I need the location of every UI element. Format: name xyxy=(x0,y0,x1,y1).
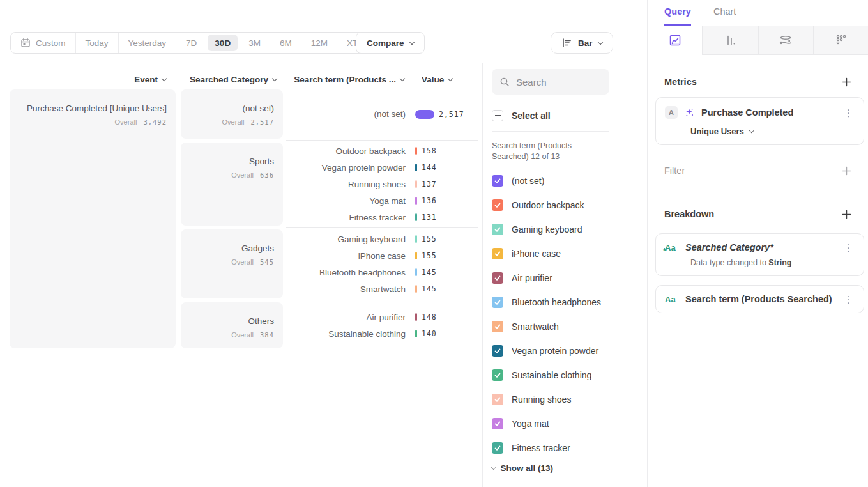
legend-item[interactable]: Sustainable clothing xyxy=(492,363,647,387)
add-filter-button[interactable] xyxy=(842,166,851,176)
measure-selector[interactable]: Unique Users xyxy=(665,127,855,136)
column-header-searched-category[interactable]: Searched Category xyxy=(181,75,277,84)
legend-item[interactable]: Vegan protein powder xyxy=(492,339,647,363)
series-checkbox[interactable] xyxy=(492,369,503,381)
chart-kind-strip xyxy=(648,26,868,55)
tab-chart[interactable]: Chart xyxy=(713,6,736,26)
select-all-control[interactable]: Select all xyxy=(492,110,647,121)
legend-item[interactable]: Smartwatch xyxy=(492,314,647,339)
show-all-button[interactable]: Show all (13) xyxy=(492,463,647,473)
breakdown-title: Breakdown xyxy=(664,209,714,219)
legend-item[interactable]: Bluetooth headphones xyxy=(492,290,647,314)
indeterminate-checkbox[interactable] xyxy=(492,110,503,121)
series-checkbox[interactable] xyxy=(492,418,503,429)
event-name: Purchase Completed [Unique Users] xyxy=(16,104,167,114)
legend-item[interactable]: Running shoes xyxy=(492,387,647,412)
flows-icon[interactable] xyxy=(758,26,813,55)
table-row[interactable]: Fitness tracker 131 xyxy=(286,209,477,226)
date-range-button[interactable]: Yesterday xyxy=(119,33,177,53)
column-header-value[interactable]: Value xyxy=(422,75,459,84)
breakdown-card-search-term[interactable]: Aa Search term (Products Searched) ⋮ xyxy=(655,285,864,313)
search-term-label: iPhone case xyxy=(286,251,406,261)
table-row[interactable]: Gaming keyboard 155 xyxy=(286,231,477,247)
series-checkbox[interactable] xyxy=(492,248,503,259)
value-bar-cell: 144 xyxy=(415,163,437,172)
date-range-button[interactable]: 7D xyxy=(176,33,206,53)
search-input[interactable] xyxy=(516,77,602,88)
bar-chart-icon[interactable] xyxy=(703,26,758,55)
date-range-button[interactable]: Today xyxy=(76,33,119,53)
retention-dots-icon[interactable] xyxy=(813,26,868,55)
table-row[interactable]: Bluetooth headphones 145 xyxy=(286,264,477,281)
column-header-event[interactable]: Event xyxy=(10,75,166,84)
metric-card[interactable]: A Purchase Completed ⋮ Unique Users xyxy=(655,97,864,145)
category-cell[interactable]: (not set) Overall 2,517 xyxy=(181,89,283,139)
event-cell[interactable]: Purchase Completed [Unique Users] Overal… xyxy=(10,89,176,348)
category-group: Sports Overall 636 Outdoor backpack 158 … xyxy=(181,143,477,226)
value-number: 155 xyxy=(422,251,437,260)
value-bar-cell: 155 xyxy=(415,251,437,260)
series-checkbox[interactable] xyxy=(492,442,503,454)
value-number: 158 xyxy=(422,146,437,155)
legend-item[interactable]: Gaming keyboard xyxy=(492,217,647,242)
series-checkbox[interactable] xyxy=(492,175,503,187)
series-checkbox[interactable] xyxy=(492,297,503,308)
date-range-button[interactable]: 30D xyxy=(208,35,238,51)
category-cell[interactable]: Gadgets Overall 545 xyxy=(181,229,283,298)
table-row[interactable]: Running shoes 137 xyxy=(286,176,477,192)
column-header-search-term[interactable]: Search term (Products ... xyxy=(286,75,404,84)
table-row[interactable]: Sustainable clothing 140 xyxy=(286,325,477,342)
legend-search-box[interactable] xyxy=(492,69,609,95)
kebab-menu-icon[interactable]: ⋮ xyxy=(842,108,855,118)
group-rows: Outdoor backpack 158 Vegan protein powde… xyxy=(283,143,477,226)
chevron-down-icon xyxy=(162,76,167,81)
legend-item[interactable]: Air purifier xyxy=(492,266,647,290)
series-checkbox[interactable] xyxy=(492,321,503,332)
date-range-button[interactable]: 6M xyxy=(270,33,301,53)
table-row[interactable]: (not set) 2,517 xyxy=(286,106,477,123)
value-bar xyxy=(415,285,417,293)
insights-line-chart-icon[interactable] xyxy=(648,26,703,55)
legend-item[interactable]: (not set) xyxy=(492,169,647,193)
overall-label: Overall xyxy=(222,118,245,126)
series-checkbox[interactable] xyxy=(492,345,503,357)
table-row[interactable]: Air purifier 148 xyxy=(286,309,477,325)
legend-item[interactable]: Fitness tracker xyxy=(492,436,647,460)
add-metric-button[interactable] xyxy=(842,77,851,87)
compare-button[interactable]: Compare xyxy=(356,32,425,54)
date-range-button[interactable]: Custom xyxy=(11,33,76,53)
legend-item-label: Running shoes xyxy=(512,394,571,405)
legend-item[interactable]: Outdoor backpack xyxy=(492,193,647,217)
series-checkbox[interactable] xyxy=(492,199,503,211)
search-term-label: Yoga mat xyxy=(286,196,406,206)
table-row[interactable]: Outdoor backpack 158 xyxy=(286,143,477,159)
date-range-label: 3M xyxy=(248,38,261,48)
legend-item[interactable]: iPhone case xyxy=(492,242,647,266)
value-bar xyxy=(415,147,417,155)
search-term-label: Fitness tracker xyxy=(286,213,406,222)
table-row[interactable]: iPhone case 155 xyxy=(286,247,477,264)
series-checkbox[interactable] xyxy=(492,272,503,284)
kebab-menu-icon[interactable]: ⋮ xyxy=(842,295,855,304)
kebab-menu-icon[interactable]: ⋮ xyxy=(842,243,855,252)
table-row[interactable]: Smartwatch 145 xyxy=(286,281,477,297)
tab-query[interactable]: Query xyxy=(664,6,691,26)
category-cell[interactable]: Others Overall 384 xyxy=(181,302,283,348)
metric-letter-badge: A xyxy=(665,106,678,119)
series-checkbox[interactable] xyxy=(492,224,503,235)
table-row[interactable]: Yoga mat 136 xyxy=(286,192,477,209)
sidebar-tabs: Query Chart xyxy=(648,0,868,26)
table-row[interactable]: Vegan protein powder 144 xyxy=(286,159,477,176)
category-cell[interactable]: Sports Overall 636 xyxy=(181,143,283,226)
value-number: 137 xyxy=(422,180,437,189)
value-bar xyxy=(415,197,417,205)
add-breakdown-button[interactable] xyxy=(842,210,851,219)
legend-item[interactable]: Yoga mat xyxy=(492,412,647,436)
chart-type-button[interactable]: Bar xyxy=(551,32,613,54)
breakdown-card-searched-category[interactable]: Aa* Searched Category* ⋮ Data type chang… xyxy=(655,233,864,276)
value-bar xyxy=(415,252,417,259)
series-checkbox[interactable] xyxy=(492,394,503,405)
date-range-button[interactable]: 3M xyxy=(239,33,270,53)
date-range-button[interactable]: 12M xyxy=(301,33,337,53)
divider xyxy=(492,131,609,132)
